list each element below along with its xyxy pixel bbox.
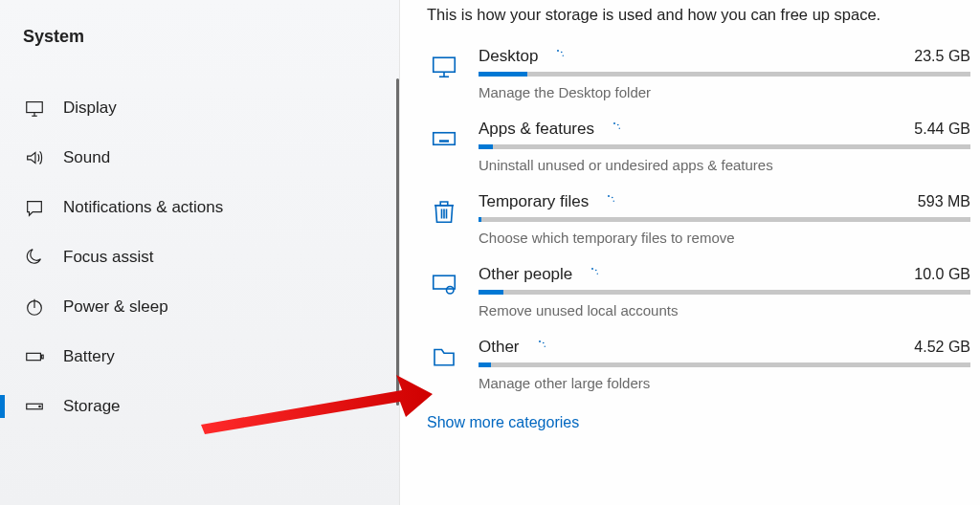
svg-point-8 [39, 406, 40, 406]
category-size: 4.52 GB [914, 339, 970, 356]
svg-point-38 [544, 346, 545, 347]
nav-item-battery[interactable]: Battery [0, 332, 399, 382]
loading-spinner-icon [531, 339, 548, 356]
svg-point-22 [613, 122, 615, 124]
svg-point-33 [591, 268, 593, 270]
nav-label: Storage [63, 397, 121, 416]
svg-point-13 [561, 52, 563, 54]
category-other[interactable]: Other 4.52 GB Manage other large folders [427, 338, 970, 391]
nav-item-focus-assist[interactable]: Focus assist [0, 232, 399, 282]
nav-label: Battery [63, 347, 115, 366]
trash-icon [427, 194, 461, 229]
svg-point-29 [612, 197, 613, 199]
category-name: Other [479, 338, 520, 357]
category-size: 23.5 GB [914, 48, 970, 65]
usage-bar [479, 290, 970, 295]
nav-item-sound[interactable]: Sound [0, 133, 399, 183]
power-icon [23, 296, 46, 318]
people-icon [427, 267, 461, 301]
drive-icon [23, 395, 46, 418]
loading-spinner-icon [549, 48, 567, 65]
nav-label: Sound [63, 148, 110, 167]
main-content: This is how your storage is used and how… [400, 0, 980, 505]
usage-bar [479, 144, 970, 149]
category-subtext: Remove unused local accounts [479, 302, 970, 318]
loading-spinner-icon [606, 121, 623, 138]
svg-point-23 [617, 124, 619, 126]
svg-rect-6 [41, 355, 43, 359]
speaker-icon [23, 146, 46, 169]
nav-item-notifications[interactable]: Notifications & actions [0, 183, 399, 232]
svg-point-24 [619, 128, 620, 129]
category-subtext: Manage the Desktop folder [479, 84, 970, 100]
category-name: Desktop [479, 47, 538, 66]
svg-point-34 [595, 270, 597, 272]
nav-item-power-sleep[interactable]: Power & sleep [0, 282, 399, 332]
svg-point-30 [613, 201, 614, 202]
category-other-people[interactable]: Other people 10.0 GB Remove unused local… [427, 265, 970, 318]
svg-point-28 [608, 195, 610, 197]
loading-spinner-icon [584, 266, 601, 283]
category-desktop[interactable]: Desktop 23.5 GB Manage the Desktop folde… [427, 47, 970, 100]
nav-label: Power & sleep [63, 297, 168, 317]
nav-label: Notifications & actions [63, 198, 223, 217]
svg-point-35 [597, 274, 598, 274]
nav-item-display[interactable]: Display [0, 83, 399, 133]
keyboard-icon [427, 121, 461, 156]
nav-label: Display [63, 99, 117, 118]
svg-rect-15 [434, 133, 456, 145]
category-subtext: Choose which temporary files to remove [479, 230, 970, 246]
svg-point-14 [563, 55, 564, 56]
usage-bar [479, 217, 970, 222]
show-more-link[interactable]: Show more categories [427, 414, 579, 431]
category-subtext: Manage other large folders [479, 375, 970, 391]
category-size: 10.0 GB [914, 266, 970, 283]
folder-icon [427, 340, 461, 374]
svg-rect-9 [434, 57, 456, 72]
loading-spinner-icon [600, 193, 617, 210]
battery-icon [23, 345, 46, 368]
nav-list: Display Sound Notifications & actions Fo… [0, 83, 399, 431]
monitor-icon [427, 49, 461, 83]
scrollbar-thumb[interactable] [396, 78, 399, 406]
category-apps-features[interactable]: Apps & features 5.44 GB Uninstall unused… [427, 120, 970, 173]
svg-rect-0 [27, 102, 43, 113]
svg-point-32 [447, 287, 455, 295]
chat-icon [23, 196, 46, 219]
svg-point-12 [557, 50, 559, 52]
intro-text: This is how your storage is used and how… [427, 6, 970, 24]
moon-icon [23, 246, 46, 269]
nav-item-storage[interactable]: Storage [0, 382, 399, 431]
category-name: Temporary files [479, 192, 589, 211]
sidebar: System Display Sound Notifications & act… [0, 0, 400, 505]
category-size: 593 MB [918, 193, 970, 210]
usage-bar [479, 362, 970, 367]
category-name: Apps & features [479, 120, 594, 139]
sidebar-title: System [0, 27, 399, 47]
category-size: 5.44 GB [914, 121, 970, 138]
usage-bar [479, 72, 970, 77]
monitor-icon [23, 97, 46, 120]
nav-label: Focus assist [63, 248, 153, 267]
svg-point-36 [539, 340, 541, 342]
category-subtext: Uninstall unused or undesired apps & fea… [479, 157, 970, 173]
category-name: Other people [479, 265, 572, 284]
svg-rect-5 [27, 353, 41, 360]
category-temporary-files[interactable]: Temporary files 593 MB Choose which temp… [427, 192, 970, 246]
svg-point-37 [542, 342, 544, 344]
